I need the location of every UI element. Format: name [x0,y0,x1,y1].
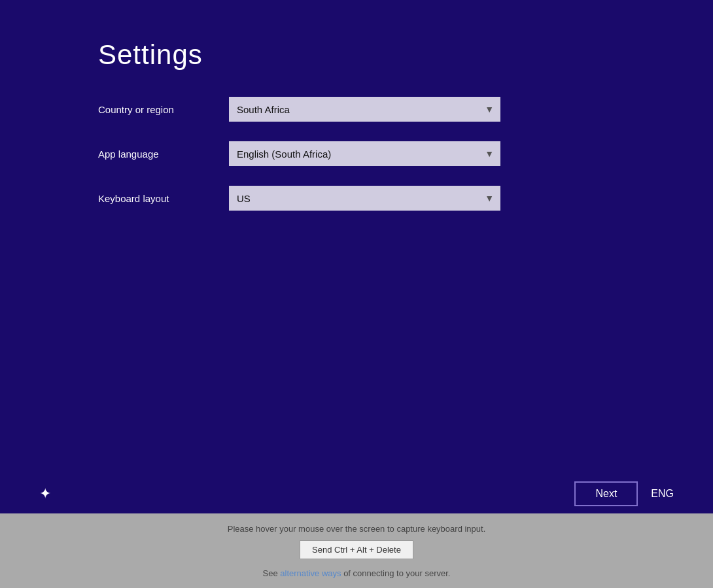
gray-panel: Please hover your mouse over the screen … [0,513,713,588]
send-ctrl-alt-delete-button[interactable]: Send Ctrl + Alt + Delete [300,540,413,559]
keyboard-row: Keyboard layout US United Kingdom South … [98,186,713,211]
language-select-wrapper: English (South Africa) English (United S… [229,141,500,166]
country-select[interactable]: South Africa United States United Kingdo… [229,97,500,122]
main-container: Settings Country or region South Africa … [0,0,713,588]
see-suffix: of connecting to your server. [341,568,451,578]
page-title: Settings [98,39,713,71]
language-select[interactable]: English (South Africa) English (United S… [229,141,500,166]
language-label: App language [98,148,203,160]
blue-panel: Settings Country or region South Africa … [0,0,713,513]
keyboard-select[interactable]: US United Kingdom South African German F… [229,186,500,211]
keyboard-label: Keyboard layout [98,193,203,204]
bottom-right-controls: Next ENG [574,481,674,506]
next-button[interactable]: Next [574,481,638,506]
country-label: Country or region [98,104,203,115]
keyboard-select-wrapper: US United Kingdom South African German F… [229,186,500,211]
ease-of-access-icon[interactable]: ✦ [39,485,51,502]
language-indicator: ENG [651,488,674,500]
bottom-bar: ✦ Next ENG [0,474,713,513]
alternative-ways-text: See alternative ways of connecting to yo… [263,568,451,578]
alternative-ways-link[interactable]: alternative ways [280,568,341,578]
language-row: App language English (South Africa) Engl… [98,141,713,166]
country-row: Country or region South Africa United St… [98,97,713,122]
form-area: Country or region South Africa United St… [98,97,713,211]
see-prefix: See [263,568,281,578]
hover-message: Please hover your mouse over the screen … [228,524,486,534]
country-select-wrapper: South Africa United States United Kingdo… [229,97,500,122]
